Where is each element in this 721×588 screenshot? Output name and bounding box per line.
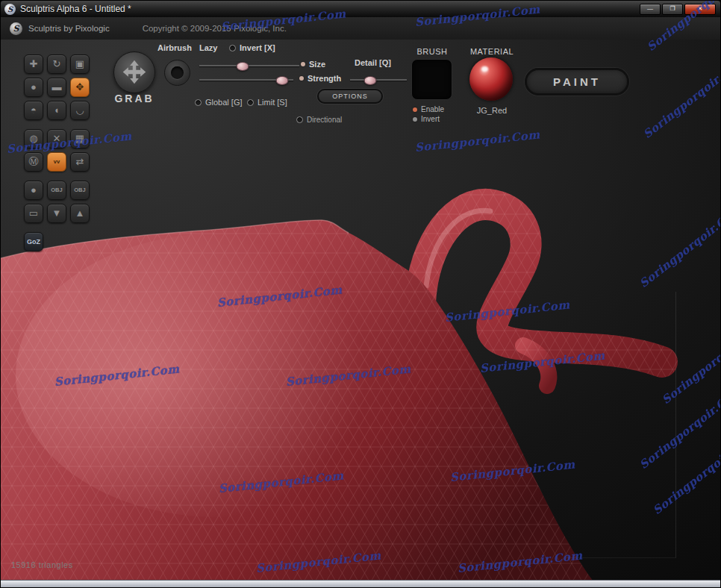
strength-slider[interactable] bbox=[199, 75, 293, 84]
minimize-icon: — bbox=[647, 5, 653, 12]
window-controls: — ❐ ✕ bbox=[640, 4, 716, 15]
titlebar[interactable]: S Sculptris Alpha 6 - Untitled * — ❐ ✕ bbox=[1, 1, 720, 18]
brand-text: Sculptris by Pixologic bbox=[28, 24, 110, 33]
tool-grab[interactable]: ✥ bbox=[70, 78, 90, 97]
directional-label: Directional bbox=[307, 116, 342, 124]
viewport[interactable]: ✚↻▣●▬✥◓◖◡ ◍✕▦Ⓜvv⇄ ●OBJOBJ▭▼▲ GoZ GRAB Ai… bbox=[1, 40, 721, 588]
invert-toggle[interactable]: Invert [X] bbox=[229, 43, 275, 52]
sculptris-logo-icon: S bbox=[10, 22, 22, 35]
move-arrows-icon bbox=[121, 59, 148, 86]
tool-symmetry[interactable]: ⇄ bbox=[70, 152, 90, 172]
invert-dot-icon bbox=[413, 117, 417, 122]
bottom-scrollbar[interactable] bbox=[1, 580, 720, 587]
options-button[interactable]: OPTIONS bbox=[317, 89, 383, 104]
brush-preview[interactable] bbox=[411, 59, 452, 100]
tool-new-plane[interactable]: ▭ bbox=[24, 204, 43, 223]
tool-mirror[interactable]: Ⓜ bbox=[24, 152, 43, 172]
sculpt-brush-group: ✚↻▣●▬✥◓◖◡ bbox=[24, 54, 90, 120]
detail-slider-knob[interactable] bbox=[364, 76, 377, 85]
grab-tool-button[interactable] bbox=[113, 51, 155, 93]
app-header: S Sculptris by Pixologic Copyright © 200… bbox=[1, 17, 720, 40]
maximize-icon: ❐ bbox=[670, 5, 675, 12]
tool-scale[interactable]: ▣ bbox=[70, 54, 90, 74]
airbrush-toggle[interactable] bbox=[164, 60, 190, 86]
paint-button[interactable]: PAINT bbox=[525, 68, 629, 96]
material-panel-label: MATERIAL bbox=[466, 47, 517, 56]
tool-import-obj[interactable]: OBJ bbox=[47, 181, 66, 200]
radio-icon bbox=[229, 45, 236, 51]
strength-setting: Strength bbox=[299, 74, 341, 83]
global-toggle[interactable]: Global [G] bbox=[195, 98, 243, 107]
tool-reduce-selected[interactable]: ▦ bbox=[70, 129, 90, 148]
tool-wireframe[interactable]: vv bbox=[47, 152, 66, 172]
tool-save[interactable]: ▼ bbox=[47, 204, 66, 223]
detail-slider[interactable] bbox=[350, 75, 407, 84]
strength-slider-knob[interactable] bbox=[275, 76, 288, 85]
bullet-icon bbox=[301, 62, 305, 66]
mesh-options-group: ◍✕▦Ⓜvv⇄ bbox=[24, 129, 90, 172]
limit-label: Limit [S] bbox=[258, 98, 287, 107]
airbrush-icon bbox=[171, 66, 184, 79]
size-slider-track bbox=[199, 65, 299, 66]
tool-reduce-brush[interactable]: ✕ bbox=[47, 129, 66, 148]
strength-label: Strength bbox=[308, 74, 341, 83]
tool-new-sphere[interactable]: ● bbox=[24, 181, 43, 200]
detail-slider-track bbox=[350, 79, 407, 81]
brush-enable-toggle[interactable]: Enable bbox=[413, 105, 444, 113]
specular-highlight bbox=[481, 66, 488, 72]
close-button[interactable]: ✕ bbox=[684, 4, 716, 15]
airbrush-label: Airbrush bbox=[152, 43, 198, 52]
file-group: ●OBJOBJ▭▼▲ bbox=[24, 181, 90, 223]
app-icon: S bbox=[4, 4, 16, 15]
close-icon: ✕ bbox=[698, 5, 703, 12]
enable-dot-icon bbox=[413, 107, 417, 112]
directional-toggle[interactable]: Directional bbox=[296, 116, 342, 124]
size-slider-knob[interactable] bbox=[236, 62, 249, 71]
tool-export-obj[interactable]: OBJ bbox=[70, 181, 90, 200]
tool-open[interactable]: ▲ bbox=[70, 204, 90, 223]
brush-invert-label: Invert bbox=[421, 115, 440, 123]
global-label: Global [G] bbox=[205, 98, 243, 107]
copyright-text: Copyright © 2009-2015 Pixologic, Inc. bbox=[143, 24, 287, 33]
invert-label: Invert [X] bbox=[240, 43, 275, 52]
bullet-icon bbox=[299, 76, 304, 81]
tool-rotate[interactable]: ↻ bbox=[47, 54, 66, 74]
radio-icon bbox=[195, 99, 202, 106]
sculpt-canvas[interactable] bbox=[1, 40, 721, 588]
brush-invert-toggle[interactable]: Invert bbox=[413, 115, 440, 123]
material-preview[interactable] bbox=[469, 57, 513, 101]
limit-toggle[interactable]: Limit [S] bbox=[247, 98, 287, 107]
tool-crease[interactable]: ✚ bbox=[24, 54, 43, 74]
tool-mask[interactable]: ◍ bbox=[24, 129, 43, 148]
tool-smooth[interactable]: ◡ bbox=[70, 101, 90, 120]
active-tool-label: GRAB bbox=[110, 93, 159, 104]
size-slider[interactable] bbox=[199, 61, 299, 70]
triangle-count: 15916 triangles bbox=[11, 560, 73, 569]
radio-icon bbox=[296, 116, 303, 123]
sculptris-window: S Sculptris Alpha 6 - Untitled * — ❐ ✕ S… bbox=[0, 0, 721, 588]
tool-goz[interactable]: GoZ bbox=[24, 232, 43, 251]
maximize-button[interactable]: ❐ bbox=[662, 4, 683, 15]
tool-inflate[interactable]: ◓ bbox=[24, 101, 43, 120]
size-label: Size bbox=[309, 60, 325, 69]
material-name: JG_Red bbox=[466, 106, 517, 115]
brush-panel-label: BRUSH bbox=[411, 47, 454, 56]
enable-label: Enable bbox=[421, 105, 444, 113]
logo-letter: S bbox=[13, 24, 19, 34]
tool-draw[interactable]: ● bbox=[24, 78, 43, 97]
tool-pinch[interactable]: ◖ bbox=[47, 101, 66, 120]
tool-palette: ✚↻▣●▬✥◓◖◡ ◍✕▦Ⓜvv⇄ ●OBJOBJ▭▼▲ GoZ bbox=[24, 54, 90, 251]
minimize-button[interactable]: — bbox=[640, 4, 661, 15]
size-setting: Size bbox=[301, 60, 325, 69]
window-title: Sculptris Alpha 6 - Untitled * bbox=[20, 4, 640, 14]
radio-icon bbox=[247, 99, 254, 106]
tool-flatten[interactable]: ▬ bbox=[47, 78, 66, 97]
detail-label: Detail [Q] bbox=[355, 58, 391, 67]
lazy-toggle[interactable]: Lazy bbox=[199, 43, 217, 52]
app-icon-letter: S bbox=[7, 5, 13, 13]
